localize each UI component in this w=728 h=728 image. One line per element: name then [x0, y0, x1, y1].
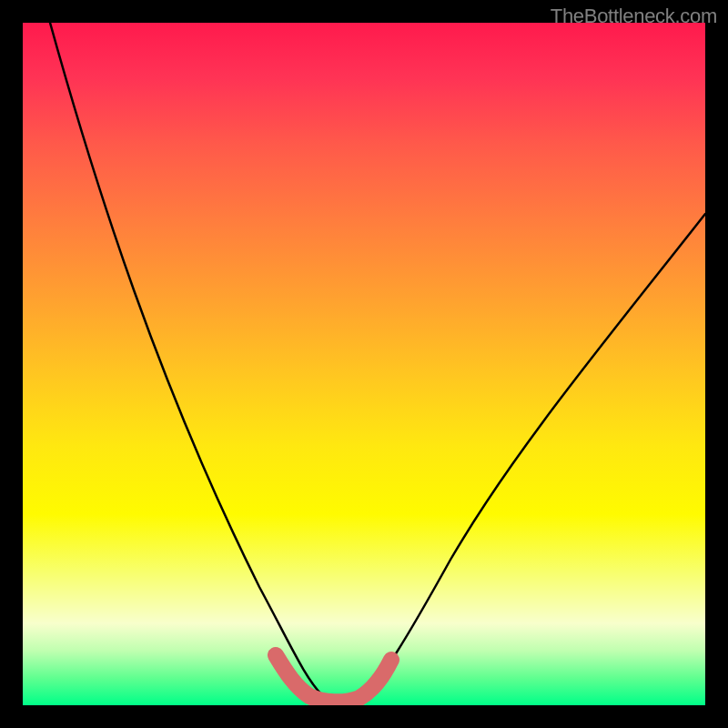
- optimal-region-curve: [276, 655, 391, 702]
- watermark-text: TheBottleneck.com: [551, 5, 717, 28]
- plot-area: [23, 23, 705, 705]
- bottleneck-curve: [50, 23, 705, 702]
- chart-svg: [23, 23, 705, 705]
- chart-container: TheBottleneck.com: [0, 0, 728, 728]
